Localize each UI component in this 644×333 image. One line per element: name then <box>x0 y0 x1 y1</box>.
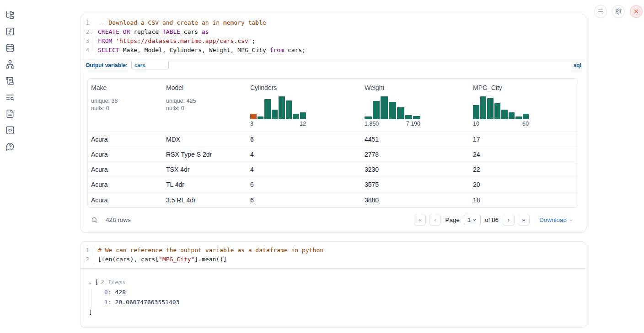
collapse-chevron-icon[interactable]: ⌄ <box>89 277 95 287</box>
code-text: # We can reference the output variable a… <box>94 246 323 255</box>
line-number: 2 <box>86 255 89 264</box>
table-row[interactable]: Acura3.5 RL 4dr6388018 <box>88 192 578 207</box>
histogram-bar <box>381 96 388 119</box>
row-count: 428 rows <box>106 217 131 223</box>
python-editor[interactable]: 1# We can reference the output variable … <box>81 242 586 269</box>
code-line: 3FROM 'https://datasets.marimo.app/cars.… <box>81 37 586 46</box>
histogram-bar <box>279 96 285 119</box>
line-number: 2 <box>86 27 89 37</box>
histogram-bar <box>509 112 515 119</box>
histogram-axis-labels: 1060 <box>473 121 529 127</box>
data-table: Makeunique: 38nulls: 0Modelunique: 425nu… <box>87 78 578 208</box>
app-root: 1-- Download a CSV and create an in-memo… <box>0 0 644 333</box>
settings-button[interactable] <box>612 5 625 18</box>
histogram-bar <box>487 98 494 119</box>
line-gutter: 3 <box>81 37 94 46</box>
tree-guide-line <box>91 289 91 309</box>
line-number: 1 <box>86 246 89 255</box>
list-entries: 0: 4281: 20.060747663551403 <box>89 287 586 307</box>
code-text: [len(cars), cars["MPG_City"].mean()] <box>94 255 227 264</box>
logs-icon[interactable] <box>5 93 15 102</box>
histogram-bar <box>272 110 278 119</box>
notebook: 1-- Download a CSV and create an in-memo… <box>80 0 586 328</box>
list-open-bracket: [ <box>95 277 98 287</box>
histogram-axis-labels: 1,8507,190 <box>365 121 420 127</box>
histogram-axis-label: 7,190 <box>406 121 420 127</box>
histogram-bar <box>480 96 487 119</box>
code-text: -- Download a CSV and create an in-memor… <box>94 18 266 27</box>
column-header-weight[interactable]: Weight1,8507,190 <box>361 79 470 132</box>
table-cell: 24 <box>470 151 578 158</box>
list-item-value: 428 <box>112 289 126 296</box>
table-cell: 6 <box>247 196 361 204</box>
table-cell: Acura <box>88 181 163 188</box>
line-gutter: 2 <box>81 255 94 264</box>
menu-button[interactable] <box>594 5 607 18</box>
snippets-icon[interactable] <box>5 126 15 135</box>
column-name: Cylinders <box>250 84 358 92</box>
shutdown-button[interactable] <box>630 5 643 18</box>
scratchpad-icon[interactable] <box>5 76 15 85</box>
output-variable-input[interactable] <box>131 61 169 69</box>
table-footer: 428 rows « ‹ Page 1 of 86 › » Download <box>81 208 586 232</box>
table-cell: TSX 4dr <box>163 166 247 173</box>
line-number: 4 <box>86 46 89 55</box>
fold-chevron-icon[interactable]: ⌄ <box>89 30 94 34</box>
table-row[interactable]: AcuraTSX 4dr4323022 <box>88 162 578 177</box>
histogram-bar <box>250 114 257 119</box>
histogram-axis-label: 1,850 <box>365 121 379 127</box>
output-variable-bar: Output variable: sql <box>81 59 586 71</box>
search-icon[interactable] <box>91 217 98 223</box>
functions-icon[interactable] <box>5 27 15 36</box>
line-gutter: 2⌄ <box>81 27 94 37</box>
column-header-mpg_city[interactable]: MPG_City1060 <box>470 79 578 132</box>
histogram-bars <box>250 96 306 119</box>
documentation-icon[interactable] <box>5 109 15 118</box>
python-cell: 1# We can reference the output variable … <box>80 241 586 328</box>
table-header-row: Makeunique: 38nulls: 0Modelunique: 425nu… <box>88 79 578 132</box>
histogram-axis-label: 3 <box>250 121 253 127</box>
line-gutter: 1 <box>81 18 94 27</box>
data-sources-icon[interactable] <box>5 43 15 53</box>
column-header-model[interactable]: Modelunique: 425nulls: 0 <box>163 79 247 132</box>
column-name: Weight <box>365 84 466 92</box>
help-icon[interactable] <box>5 142 15 151</box>
table-row[interactable]: AcuraRSX Type S 2dr4277824 <box>88 147 578 162</box>
table-row[interactable]: AcuraTL 4dr6357520 <box>88 177 578 192</box>
histogram-bar <box>365 116 372 119</box>
hamburger-icon <box>597 8 604 15</box>
list-close-bracket: ] <box>89 307 586 317</box>
prev-page-button[interactable]: ‹ <box>429 214 441 226</box>
sql-editor[interactable]: 1-- Download a CSV and create an in-memo… <box>81 14 586 59</box>
last-page-button[interactable]: » <box>518 214 530 226</box>
page-select[interactable]: 1 <box>464 215 481 225</box>
python-output: ⌄ [ 2 Items 0: 4281: 20.060747663551403 … <box>81 269 586 328</box>
code-text: CREATE OR replace TABLE cars as <box>94 27 209 37</box>
code-line: 2⌄CREATE OR replace TABLE cars as <box>81 27 586 37</box>
table-cell: RSX Type S 2dr <box>163 151 247 158</box>
dependency-graph-icon[interactable] <box>5 60 15 69</box>
table-cell: TL 4dr <box>163 181 247 188</box>
first-page-button[interactable]: « <box>414 214 426 226</box>
table-row[interactable]: AcuraMDX6445117 <box>88 132 578 147</box>
download-button[interactable]: Download <box>539 217 573 223</box>
histogram-bars <box>473 96 529 119</box>
histogram-bar <box>373 101 380 119</box>
histogram-bar <box>293 114 299 119</box>
line-number: 1 <box>86 18 89 27</box>
page-label: Page <box>445 217 460 223</box>
column-histogram: 1060 <box>473 96 529 127</box>
list-item: 0: 428 <box>89 287 586 297</box>
next-page-button[interactable]: › <box>503 214 515 226</box>
column-header-make[interactable]: Makeunique: 38nulls: 0 <box>88 79 163 132</box>
list-item-value: 20.060747663551403 <box>112 299 180 306</box>
file-explorer-icon[interactable] <box>5 11 15 20</box>
column-stats: unique: 425nulls: 0 <box>166 97 243 112</box>
column-name: Model <box>166 84 243 92</box>
table-cell: Acura <box>88 136 163 143</box>
column-header-cylinders[interactable]: Cylinders312 <box>247 79 361 132</box>
close-icon <box>633 8 639 15</box>
column-histogram: 312 <box>250 96 306 127</box>
page-total-label: of 86 <box>485 217 499 223</box>
table-cell: 20 <box>470 181 578 188</box>
